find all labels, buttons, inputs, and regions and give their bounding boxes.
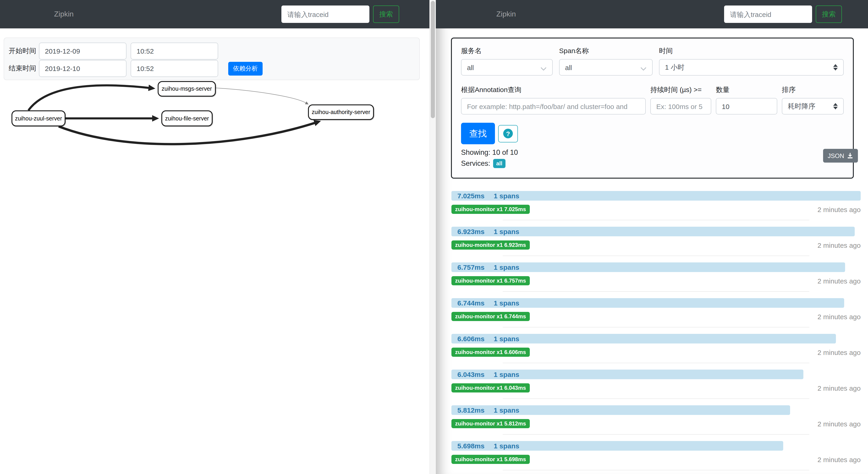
traceid-input[interactable] — [724, 5, 812, 23]
trace-row[interactable]: 6.606ms 1 spans zuihou-monitor x1 6.606m… — [452, 334, 861, 370]
edge-zuul-to-msgs — [28, 86, 149, 110]
service-field: 服务名 all — [461, 47, 553, 75]
trace-row[interactable]: 6.757ms 1 spans zuihou-monitor x1 6.757m… — [452, 263, 861, 298]
sort-label: 排序 — [782, 86, 844, 94]
min-duration-input[interactable] — [650, 98, 711, 114]
service-span-badge: zuihou-monitor x1 5.812ms — [452, 419, 530, 428]
sort-field: 排序 耗时降序 — [782, 86, 844, 114]
trace-span-count: 1 spans — [494, 371, 519, 378]
annotation-label: 根据Annotation查询 — [461, 86, 646, 94]
trace-row[interactable]: 6.744ms 1 spans zuihou-monitor x1 6.744m… — [452, 298, 861, 334]
service-span-badge: zuihou-monitor x1 6.757ms — [452, 276, 530, 285]
trace-meta: zuihou-monitor x1 6.043ms 2 minutes ago — [452, 383, 861, 393]
dependency-analyze-button[interactable]: 依赖分析 — [228, 62, 262, 75]
service-span-badge: zuihou-monitor x1 7.025ms — [452, 205, 530, 214]
span-label: Span名称 — [559, 47, 653, 56]
showing-count-text: Showing: 10 of 10 — [461, 148, 844, 157]
lookback-select-value: 1 小时 — [665, 63, 684, 72]
trace-duration-bar: 5.812ms 1 spans — [452, 405, 790, 415]
trace-meta: zuihou-monitor x1 5.698ms 2 minutes ago — [452, 455, 861, 464]
duration-field: 持续时间 (µs) >= — [650, 86, 711, 114]
right-navbar: Zipkin 搜索 — [436, 0, 868, 28]
limit-input[interactable] — [716, 98, 777, 114]
brand-link[interactable]: Zipkin — [496, 10, 516, 18]
traceid-input[interactable] — [281, 5, 369, 23]
annotation-input[interactable] — [461, 98, 646, 114]
graph-node-file-server[interactable]: zuihou-file-server — [161, 110, 213, 126]
graph-node-msgs-server[interactable]: zuihou-msgs-server — [158, 81, 216, 97]
trace-row[interactable]: 7.025ms 1 spans zuihou-monitor x1 7.025m… — [452, 191, 861, 227]
find-button[interactable]: 查找 — [461, 123, 495, 144]
service-span-badge: zuihou-monitor x1 6.744ms — [452, 312, 530, 321]
sort-select[interactable]: 耗时降序 — [782, 98, 844, 114]
limit-field: 数量 — [716, 86, 777, 114]
trace-duration: 6.757ms — [457, 263, 485, 271]
row-divider — [502, 327, 810, 328]
brand-link[interactable]: Zipkin — [54, 10, 73, 18]
start-date-input[interactable] — [39, 43, 126, 60]
dependency-panel: Zipkin 搜索 开始时间 结束时间 依赖分析 — [0, 0, 429, 474]
split-scrollbar-track[interactable] — [429, 0, 436, 474]
end-clock-input[interactable] — [131, 60, 218, 77]
trace-duration: 6.744ms — [457, 299, 485, 307]
service-select-value: all — [467, 63, 474, 71]
lookback-label: 时间 — [659, 47, 844, 56]
span-select-value: all — [565, 63, 572, 71]
json-download-button[interactable]: JSON — [823, 149, 858, 163]
services-line: Services: all — [461, 159, 844, 168]
duration-label: 持续时间 (µs) >= — [650, 86, 711, 94]
split-scrollbar-thumb[interactable] — [431, 1, 435, 118]
trace-row[interactable]: 5.698ms 1 spans zuihou-monitor x1 5.698m… — [452, 441, 861, 474]
trace-row[interactable]: 6.043ms 1 spans zuihou-monitor x1 6.043m… — [452, 370, 861, 405]
start-clock-input[interactable] — [131, 43, 218, 60]
edge-msgs-to-authority — [216, 88, 306, 103]
search-button[interactable]: 搜索 — [816, 5, 842, 23]
trace-timestamp: 2 minutes ago — [817, 312, 861, 320]
graph-node-zuul-server[interactable]: zuihou-zuul-server — [11, 110, 65, 126]
zipkin-split-view: Zipkin 搜索 开始时间 结束时间 依赖分析 — [0, 0, 868, 474]
trace-row[interactable]: 6.923ms 1 spans zuihou-monitor x1 6.923m… — [452, 227, 861, 263]
chevron-down-icon — [541, 66, 547, 69]
row-divider — [502, 220, 810, 220]
trace-row[interactable]: 5.812ms 1 spans zuihou-monitor x1 5.812m… — [452, 405, 861, 441]
service-span-badge: zuihou-monitor x1 6.606ms — [452, 348, 530, 357]
trace-timestamp: 2 minutes ago — [817, 241, 861, 249]
trace-span-count: 1 spans — [494, 406, 519, 414]
service-span-badge: zuihou-monitor x1 5.698ms — [452, 455, 530, 464]
trace-meta: zuihou-monitor x1 6.923ms 2 minutes ago — [452, 240, 861, 249]
services-label: Services: — [461, 159, 490, 168]
graph-node-authority-server[interactable]: zuihou-authority-server — [308, 104, 374, 120]
trace-meta: zuihou-monitor x1 6.744ms 2 minutes ago — [452, 312, 861, 321]
end-time-row: 结束时间 — [9, 60, 419, 77]
trace-meta: zuihou-monitor x1 7.025ms 2 minutes ago — [452, 205, 861, 214]
trace-duration-bar: 5.698ms 1 spans — [452, 441, 783, 451]
trace-timestamp: 2 minutes ago — [817, 277, 861, 284]
service-select[interactable]: all — [461, 59, 553, 75]
trace-duration: 7.025ms — [457, 192, 485, 200]
service-span-badge: zuihou-monitor x1 6.043ms — [452, 383, 530, 393]
trace-timestamp: 2 minutes ago — [817, 348, 861, 356]
annotation-field: 根据Annotation查询 — [461, 86, 646, 114]
trace-span-count: 1 spans — [494, 335, 519, 343]
trace-filter-card: 服务名 all Span名称 all 时间 1 小时 — [451, 38, 854, 179]
trace-span-count: 1 spans — [494, 192, 519, 200]
search-button[interactable]: 搜索 — [373, 5, 399, 23]
dependency-graph: zuihou-zuul-server zuihou-msgs-server zu… — [0, 78, 429, 206]
lookback-select[interactable]: 1 小时 — [659, 59, 844, 75]
updown-arrows-icon — [833, 64, 838, 70]
chevron-down-icon — [641, 66, 647, 69]
download-icon — [847, 153, 853, 159]
end-time-label: 结束时间 — [9, 64, 39, 73]
json-button-label: JSON — [828, 152, 844, 159]
service-span-badge: zuihou-monitor x1 6.923ms — [452, 240, 530, 249]
end-date-input[interactable] — [39, 60, 126, 77]
help-button[interactable]: ? — [498, 125, 518, 142]
row-divider — [502, 363, 810, 363]
trace-timestamp: 2 minutes ago — [817, 420, 861, 428]
trace-search-panel: Zipkin 搜索 服务名 all Span名称 all — [436, 0, 868, 474]
span-select[interactable]: all — [559, 59, 653, 75]
trace-duration: 6.606ms — [457, 335, 485, 343]
date-range-card: 开始时间 结束时间 依赖分析 — [4, 38, 420, 80]
trace-duration: 5.698ms — [457, 442, 485, 450]
service-label: 服务名 — [461, 47, 553, 56]
